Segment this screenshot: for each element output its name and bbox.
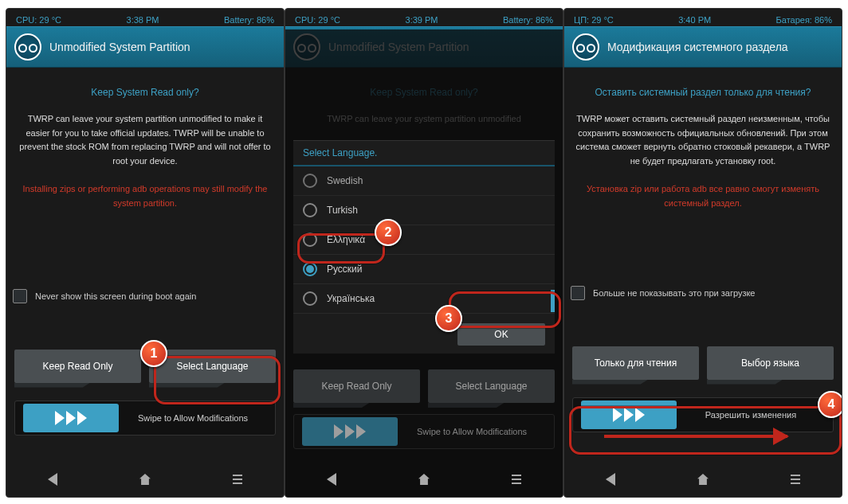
page-title: Unmodified System Partition — [49, 41, 190, 53]
battery: Батарея: 86% — [776, 15, 832, 25]
never-show-checkbox[interactable] — [571, 286, 585, 300]
swipe-label: Swipe to Allow Modifications — [398, 427, 546, 436]
chevron-right-icon — [345, 424, 355, 439]
keep-read-only-button[interactable]: Только для чтения — [572, 346, 699, 380]
never-show-row[interactable]: Never show this screen during boot again — [6, 283, 284, 310]
language-option-ukrainian[interactable]: Українська — [293, 284, 555, 314]
select-language-button[interactable]: Select Language — [149, 350, 276, 383]
warning-text: Installing zips or performing adb operat… — [13, 182, 277, 210]
cpu-temp: CPU: 29 °C — [295, 15, 340, 25]
status-bar: CPU: 29 °C 3:38 PM Battery: 86% — [6, 9, 284, 26]
back-icon[interactable] — [606, 473, 615, 486]
language-option-turkish[interactable]: Turkish — [293, 196, 555, 225]
twrp-logo-icon — [572, 33, 599, 61]
language-dialog-title: Select Language. — [293, 141, 555, 166]
status-bar: CPU: 29 °C 3:39 PM Battery: 86% — [285, 9, 563, 26]
ok-button[interactable]: OK — [457, 323, 545, 346]
prompt-heading: Keep System Read only? — [13, 87, 277, 98]
description-text: TWRP может оставить системный раздел неи… — [571, 112, 835, 168]
never-show-label: Больше не показывать это при загрузке — [593, 288, 755, 298]
swipe-label: Разрешить изменения — [677, 410, 825, 420]
phone-screen-2: CPU: 29 °C 3:39 PM Battery: 86% Unmodifi… — [285, 8, 563, 498]
phone-screen-1: CPU: 29 °C 3:38 PM Battery: 86% Unmodifi… — [6, 8, 285, 498]
home-icon[interactable] — [418, 474, 430, 485]
radio-icon[interactable] — [303, 232, 317, 247]
chevron-right-icon — [66, 411, 76, 425]
callout-arrow — [604, 435, 787, 438]
status-bar: ЦП: 29 °C 3:40 PM Батарея: 86% — [564, 9, 842, 26]
chevron-right-icon — [613, 408, 622, 422]
chevron-right-icon — [635, 408, 645, 422]
never-show-label: Never show this screen during boot again — [35, 291, 196, 301]
radio-selected-icon[interactable] — [303, 262, 317, 276]
swipe-handle[interactable] — [302, 417, 398, 446]
callout-badge-1: 1 — [140, 340, 167, 367]
never-show-checkbox[interactable] — [13, 289, 27, 303]
chevron-right-icon — [356, 424, 366, 439]
clock: 3:40 PM — [678, 15, 711, 25]
back-icon[interactable] — [48, 473, 57, 486]
language-dialog: Select Language. Swedish Turkish Ελληνικ… — [293, 140, 555, 354]
header: Модификация системного раздела — [564, 26, 842, 68]
prompt-heading: Оставить системный раздел только для чте… — [571, 87, 835, 98]
language-option-russian[interactable]: Русский — [293, 255, 555, 284]
chevron-right-icon — [55, 411, 65, 425]
swipe-slider[interactable]: Разрешить изменения — [572, 397, 834, 432]
clock: 3:38 PM — [127, 15, 159, 25]
never-show-row[interactable]: Больше не показывать это при загрузке — [564, 279, 842, 307]
language-option-swedish[interactable]: Swedish — [293, 166, 555, 196]
callout-badge-4: 4 — [818, 391, 842, 418]
scrollbar[interactable] — [551, 168, 555, 312]
swipe-slider[interactable]: Swipe to Allow Modifications — [293, 414, 555, 449]
recent-icon[interactable] — [512, 475, 521, 476]
description-text: TWRP can leave your system partition unm… — [13, 112, 277, 168]
swipe-slider[interactable]: Swipe to Allow Modifications — [14, 400, 276, 436]
select-language-button[interactable]: Выбор языка — [707, 346, 834, 380]
battery: Battery: 86% — [224, 15, 274, 25]
android-navbar — [564, 465, 842, 494]
header: Unmodified System Partition — [6, 26, 284, 68]
home-icon[interactable] — [697, 474, 709, 485]
language-option-greek[interactable]: Ελληνικά — [293, 225, 555, 255]
callout-badge-3: 3 — [435, 305, 462, 332]
phone-screen-3: ЦП: 29 °C 3:40 PM Батарея: 86% Модификац… — [563, 8, 842, 498]
keep-read-only-button[interactable]: Keep Read Only — [14, 350, 141, 383]
recent-icon[interactable] — [233, 475, 242, 476]
recent-icon[interactable] — [791, 475, 800, 476]
chevron-right-icon — [624, 408, 634, 422]
back-icon[interactable] — [327, 473, 336, 486]
cpu-temp: ЦП: 29 °C — [574, 15, 614, 25]
page-title: Модификация системного раздела — [607, 41, 788, 53]
chevron-right-icon — [334, 424, 344, 439]
android-navbar — [6, 465, 284, 494]
cpu-temp: CPU: 29 °C — [16, 15, 61, 25]
home-icon[interactable] — [139, 474, 151, 485]
chevron-right-icon — [77, 411, 87, 425]
keep-read-only-button[interactable]: Keep Read Only — [293, 369, 420, 403]
battery: Battery: 86% — [503, 15, 553, 25]
twrp-logo-icon — [14, 33, 41, 61]
callout-badge-2: 2 — [375, 219, 402, 246]
swipe-label: Swipe to Allow Modifications — [119, 413, 267, 423]
swipe-handle[interactable] — [581, 400, 677, 429]
android-navbar — [285, 465, 563, 494]
radio-icon[interactable] — [303, 174, 317, 188]
radio-icon[interactable] — [303, 203, 317, 217]
select-language-button[interactable]: Select Language — [428, 369, 555, 403]
warning-text: Установка zip или работа adb все равно с… — [571, 182, 835, 210]
radio-icon[interactable] — [303, 291, 317, 306]
clock: 3:39 PM — [406, 15, 438, 25]
swipe-handle[interactable] — [23, 404, 119, 432]
